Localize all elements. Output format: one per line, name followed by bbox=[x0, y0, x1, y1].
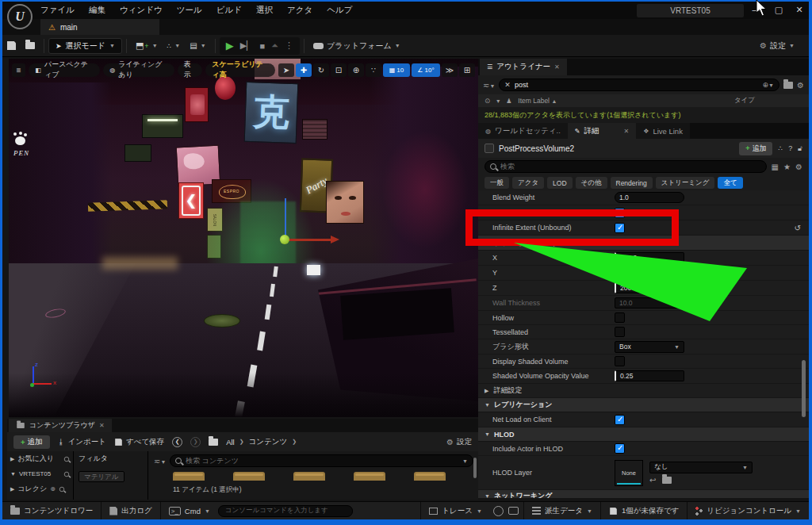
category-all[interactable]: 全て bbox=[718, 177, 742, 189]
close-icon[interactable]: ✕ bbox=[554, 63, 560, 71]
tab-content-browser[interactable]: コンテンツブラウザ ✕ bbox=[9, 419, 112, 432]
new-folder-icon[interactable] bbox=[783, 82, 793, 89]
section-hlod[interactable]: ▼ HLOD bbox=[478, 427, 809, 442]
close-button[interactable]: ✕ bbox=[789, 2, 809, 17]
display-options-icon[interactable]: ▦ bbox=[772, 163, 779, 171]
cmd-dropdown[interactable]: >_Cmd▼ bbox=[161, 502, 218, 519]
rotation-snap-toggle[interactable]: ∠10° bbox=[412, 63, 440, 77]
menu-select[interactable]: 選択 bbox=[256, 5, 273, 16]
hlod-layer-dropdown[interactable]: なし▼ bbox=[649, 462, 753, 473]
add-actor-dropdown[interactable]: ⬒+▼ bbox=[131, 37, 163, 55]
play-button[interactable]: ▶ bbox=[226, 40, 234, 52]
search-icon[interactable] bbox=[64, 471, 69, 476]
menu-window[interactable]: ウィンドウ bbox=[120, 5, 163, 16]
play-options-icon[interactable]: ⋮ bbox=[285, 40, 293, 51]
actor-column-icon[interactable]: ♟ bbox=[506, 98, 511, 105]
output-log-button[interactable]: 出力ログ bbox=[102, 502, 159, 519]
rotate-tool-icon[interactable]: ↻ bbox=[313, 63, 329, 77]
gizmo-origin-handle[interactable] bbox=[280, 235, 289, 244]
console-input[interactable]: コンソールコマンドを入力します bbox=[218, 505, 353, 517]
hlod-layer-thumbnail[interactable]: None bbox=[615, 460, 643, 486]
more-snap-options-icon[interactable]: ≫ bbox=[442, 63, 458, 77]
toolbar-settings-dropdown[interactable]: ⚙ 設定 ▼ bbox=[755, 37, 799, 55]
scalability-warning[interactable]: スケーラビリティ高 bbox=[205, 63, 275, 77]
z-input[interactable]: 200.0 bbox=[615, 282, 684, 293]
surface-snap-icon[interactable]: ∵ bbox=[366, 63, 381, 77]
visibility-column-icon[interactable]: ⊙ bbox=[485, 97, 490, 105]
perspective-dropdown[interactable]: ◧パースペクティブ bbox=[29, 63, 100, 77]
lock-icon[interactable]: 🔓︎ bbox=[798, 144, 802, 153]
menu-help[interactable]: ヘルプ bbox=[327, 5, 352, 16]
close-icon[interactable]: ✕ bbox=[99, 422, 105, 429]
close-icon[interactable]: ✕ bbox=[624, 128, 630, 135]
clock-icon[interactable] bbox=[493, 506, 504, 516]
minimize-button[interactable]: — bbox=[746, 2, 767, 17]
clear-search-icon[interactable]: ✕ bbox=[504, 81, 511, 89]
unreal-logo-icon[interactable]: U bbox=[7, 4, 33, 29]
forward-icon[interactable]: ❯ bbox=[190, 437, 201, 447]
outliner-search-input[interactable]: ✕ post ⊕▼ bbox=[499, 79, 779, 91]
display-shaded-checkbox[interactable] bbox=[615, 356, 625, 366]
category-rendering[interactable]: Rendering bbox=[611, 177, 653, 189]
add-filter-icon[interactable]: ⊕▼ bbox=[763, 81, 774, 89]
level-tab-main[interactable]: ⚠ main bbox=[40, 19, 159, 35]
search-icon[interactable] bbox=[59, 486, 64, 491]
snapshot-icon[interactable] bbox=[508, 507, 519, 515]
project-item[interactable]: ▼VRTEST05 bbox=[7, 466, 73, 481]
asset-search-input[interactable]: 検索 コンテンツ ▼ bbox=[170, 454, 473, 467]
category-misc[interactable]: その他 bbox=[576, 177, 607, 189]
save-all-button[interactable]: すべて保存 bbox=[114, 437, 164, 447]
browse-content-button[interactable] bbox=[21, 37, 40, 55]
breadcrumb-root[interactable]: All bbox=[226, 438, 235, 446]
gear-icon[interactable]: ⚙ bbox=[797, 81, 804, 90]
reset-to-default-icon[interactable]: ↺ bbox=[795, 224, 801, 232]
save-button[interactable] bbox=[2, 37, 21, 55]
x-input[interactable]: 200.0 bbox=[615, 252, 684, 263]
opacity-input[interactable]: 0.25 bbox=[615, 370, 684, 381]
menu-file[interactable]: ファイル bbox=[40, 5, 75, 16]
blueprints-dropdown[interactable]: ∴▼ bbox=[163, 37, 186, 55]
favorites-item[interactable]: ▶お気に入り bbox=[7, 451, 73, 466]
eject-button[interactable]: ⏶ bbox=[271, 40, 278, 51]
tab-world-settings[interactable]: ◍ワールドセッティ.. bbox=[478, 123, 568, 139]
folder-asset[interactable] bbox=[233, 472, 265, 481]
tab-outliner[interactable]: ☰ アウトライナー ✕ bbox=[480, 59, 567, 75]
select-tool-icon[interactable]: ➤ bbox=[278, 63, 294, 77]
category-lod[interactable]: LOD bbox=[547, 177, 572, 189]
move-tool-icon[interactable]: ✚ bbox=[296, 63, 312, 77]
add-component-button[interactable]: +追加 bbox=[739, 142, 772, 155]
level-viewport[interactable]: 克 Party ❮ ESPRO SALON bbox=[9, 59, 478, 417]
revision-control-dropdown[interactable]: リビジョンコントロール▼ bbox=[688, 502, 809, 519]
add-content-button[interactable]: +追加 bbox=[13, 435, 50, 449]
blend-weight-input[interactable]: 1.0 bbox=[615, 192, 684, 203]
show-dropdown[interactable]: 表示 bbox=[178, 63, 203, 77]
collections-item[interactable]: ▶コレクシ⊕ bbox=[7, 481, 73, 496]
blueprint-icon[interactable]: ∴ bbox=[778, 144, 783, 152]
pin-column-icon[interactable]: ▾ bbox=[496, 98, 500, 105]
derived-data-dropdown[interactable]: 派生データ▼ bbox=[524, 502, 600, 519]
skip-button[interactable]: ▶▏ bbox=[240, 40, 254, 51]
add-collection-icon[interactable]: ⊕ bbox=[50, 485, 56, 492]
scale-tool-icon[interactable]: ⊡ bbox=[331, 63, 347, 77]
category-actor[interactable]: アクタ bbox=[512, 177, 544, 189]
details-scrollbar[interactable] bbox=[802, 360, 806, 417]
category-streaming[interactable]: ストリーミング bbox=[656, 177, 715, 189]
unsaved-button[interactable]: 1個が未保存です bbox=[601, 502, 687, 519]
import-button[interactable]: ⭳インポート bbox=[58, 437, 106, 447]
folder-asset[interactable] bbox=[293, 472, 325, 481]
folder-asset[interactable] bbox=[354, 472, 385, 481]
stop-button[interactable]: ■ bbox=[260, 41, 266, 51]
select-mode-dropdown[interactable]: ➤ 選択モード ▼ bbox=[48, 38, 122, 54]
section-networking[interactable]: ▼ ネットワーキング bbox=[478, 490, 809, 498]
grid-snap-toggle[interactable]: ▦10 bbox=[383, 63, 410, 77]
row-advanced[interactable]: ▶ 詳細設定 bbox=[478, 384, 809, 398]
type-column[interactable]: タイプ bbox=[734, 96, 755, 105]
maximize-button[interactable]: ▢ bbox=[768, 2, 789, 17]
world-space-icon[interactable]: ⊕ bbox=[348, 63, 364, 77]
menu-actor[interactable]: アクタ bbox=[287, 5, 312, 16]
content-settings-button[interactable]: ⚙設定 bbox=[446, 437, 472, 447]
filter-funnel-icon[interactable]: ≂▼ bbox=[154, 457, 166, 466]
favorites-icon[interactable]: ★ bbox=[783, 163, 791, 171]
include-actor-checkbox[interactable] bbox=[615, 443, 625, 454]
tab-details[interactable]: ✎詳細✕ bbox=[568, 123, 636, 139]
